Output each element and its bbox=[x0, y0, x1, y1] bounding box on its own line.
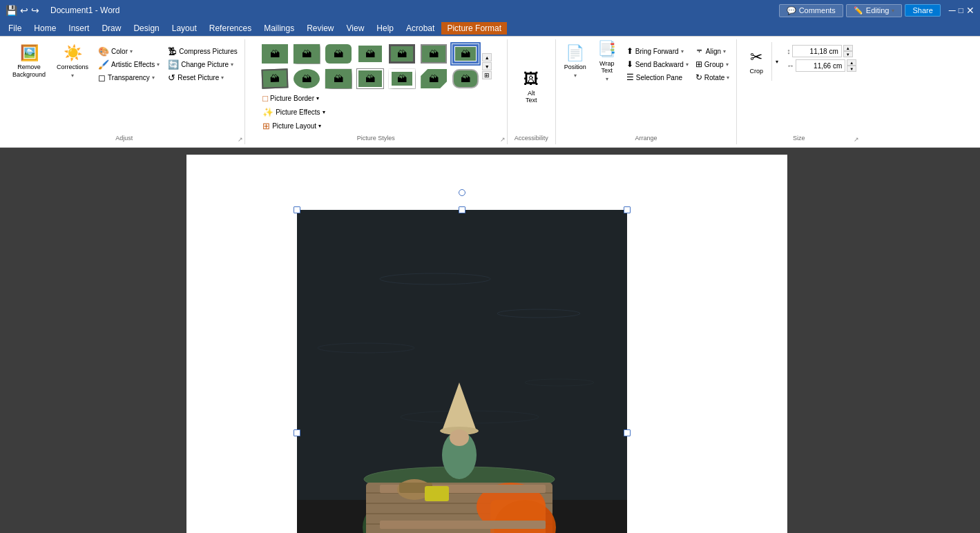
artistic-effects-button[interactable]: 🖌️ Artistic Effects ▾ bbox=[95, 58, 162, 70]
alt-text-button[interactable]: 🖼 Alt Text bbox=[519, 68, 543, 106]
picture-style-7[interactable] bbox=[450, 42, 481, 66]
size-expand[interactable]: ↗ bbox=[854, 136, 859, 143]
picture-style-9[interactable] bbox=[291, 67, 322, 90]
comments-button[interactable]: 💬 Comments bbox=[779, 4, 843, 17]
image-svg bbox=[297, 210, 627, 533]
handle-top-left[interactable] bbox=[294, 206, 300, 213]
height-spin-up[interactable]: ▲ bbox=[843, 45, 853, 51]
handle-rotate[interactable] bbox=[459, 189, 465, 196]
save-icon[interactable]: 💾 bbox=[6, 5, 17, 16]
editing-button[interactable]: ✏️ Editing ▾ bbox=[846, 4, 903, 17]
picture-style-14[interactable] bbox=[450, 67, 481, 90]
picture-style-5[interactable] bbox=[387, 42, 417, 66]
change-pic-icon: 🔄 bbox=[168, 59, 179, 70]
picture-layout-button[interactable]: ⊞ Picture Layout ▾ bbox=[260, 119, 492, 132]
document-page bbox=[186, 155, 787, 533]
remove-background-icon: 🖼️ bbox=[20, 44, 39, 62]
align-dropdown: ▾ bbox=[723, 48, 726, 55]
maximize-icon[interactable]: □ bbox=[959, 6, 963, 15]
crop-dropdown-arrow: ▾ bbox=[776, 59, 778, 65]
picture-border-button[interactable]: □ Picture Border ▾ bbox=[260, 92, 492, 104]
menu-design[interactable]: Design bbox=[128, 22, 164, 35]
menu-review[interactable]: Review bbox=[301, 22, 339, 35]
menu-help[interactable]: Help bbox=[371, 22, 399, 35]
picture-style-10[interactable] bbox=[323, 67, 354, 90]
reset-picture-button[interactable]: ↺ Reset Picture ▾ bbox=[165, 71, 240, 84]
picture-style-13[interactable] bbox=[419, 67, 449, 90]
menu-insert[interactable]: Insert bbox=[63, 22, 95, 35]
change-picture-button[interactable]: 🔄 Change Picture ▾ bbox=[165, 58, 240, 70]
picture-style-3[interactable] bbox=[323, 42, 354, 66]
picture-style-2[interactable] bbox=[291, 42, 322, 66]
compress-pictures-button[interactable]: 🗜 Compress Pictures bbox=[165, 45, 240, 57]
group-button[interactable]: ⊞ Group ▾ bbox=[693, 58, 732, 70]
picture-style-1[interactable] bbox=[260, 42, 290, 66]
close-icon[interactable]: ✕ bbox=[966, 5, 974, 16]
picture-styles-label: Picture Styles bbox=[249, 133, 503, 143]
selection-pane-button[interactable]: ☰ Selection Pane bbox=[624, 71, 691, 84]
height-input[interactable] bbox=[792, 45, 842, 57]
send-backward-dropdown: ▾ bbox=[686, 61, 689, 68]
change-pic-dropdown: ▾ bbox=[231, 61, 233, 68]
menu-picture-format[interactable]: Picture Format bbox=[441, 22, 507, 35]
menu-home[interactable]: Home bbox=[28, 22, 61, 35]
share-button[interactable]: Share bbox=[905, 4, 940, 17]
picture-styles-expand[interactable]: ↗ bbox=[500, 136, 506, 143]
transparency-button[interactable]: ◻ Transparency ▾ bbox=[95, 71, 162, 84]
menu-mailings[interactable]: Mailings bbox=[258, 22, 300, 35]
redo-icon[interactable]: ↪ bbox=[31, 5, 39, 16]
svg-rect-43 bbox=[380, 521, 546, 529]
adjust-expand[interactable]: ↗ bbox=[238, 136, 243, 143]
crop-button[interactable]: ✂ Crop bbox=[741, 42, 771, 81]
selected-image-container[interactable] bbox=[297, 210, 627, 533]
gallery-scroll-down[interactable]: ▼ bbox=[482, 62, 492, 70]
handle-mid-right[interactable] bbox=[624, 429, 631, 436]
menu-acrobat[interactable]: Acrobat bbox=[401, 22, 440, 35]
picture-border-icon: □ bbox=[262, 93, 268, 104]
titlebar: 💾 ↩ ↪ Document1 - Word 💬 Comments ✏️ Edi… bbox=[0, 0, 980, 21]
width-spin-up[interactable]: ▲ bbox=[847, 59, 856, 66]
menu-references[interactable]: References bbox=[204, 22, 257, 35]
picture-effects-button[interactable]: ✨ Picture Effects ▾ bbox=[260, 106, 492, 118]
picture-style-12[interactable] bbox=[387, 67, 417, 90]
handle-top-mid[interactable] bbox=[459, 206, 465, 213]
picture-style-8[interactable] bbox=[260, 67, 290, 90]
picture-style-6[interactable] bbox=[419, 42, 449, 66]
picture-style-11[interactable] bbox=[355, 67, 385, 90]
selection-pane-icon: ☰ bbox=[626, 72, 634, 82]
corrections-button[interactable]: ☀️ Corrections ▾ bbox=[52, 42, 93, 81]
bring-forward-button[interactable]: ⬆ Bring Forward ▾ bbox=[624, 45, 691, 57]
adjust-small-btns2: 🗜 Compress Pictures 🔄 Change Picture ▾ ↺… bbox=[165, 42, 240, 84]
gallery-scroll-more[interactable]: ⊞ bbox=[482, 71, 492, 79]
menu-draw[interactable]: Draw bbox=[96, 22, 126, 35]
position-button[interactable]: 📄 Position ▾ bbox=[560, 42, 590, 81]
rotate-button[interactable]: ↻ Rotate ▾ bbox=[693, 71, 732, 84]
height-spin-down[interactable]: ▼ bbox=[843, 51, 853, 57]
width-spin-down[interactable]: ▼ bbox=[847, 66, 856, 72]
wrap-text-button[interactable]: 📑 Wrap Text ▾ bbox=[592, 42, 622, 81]
width-input[interactable] bbox=[796, 59, 845, 72]
menu-file[interactable]: File bbox=[3, 22, 27, 35]
crop-dropdown-button[interactable]: ▾ bbox=[771, 42, 781, 81]
send-backward-button[interactable]: ⬇ Send Backward ▾ bbox=[624, 58, 691, 70]
remove-background-button[interactable]: 🖼️ Remove Background bbox=[8, 42, 50, 81]
menu-layout[interactable]: Layout bbox=[166, 22, 202, 35]
picture-style-4[interactable] bbox=[355, 42, 385, 66]
picture-styles-gallery bbox=[260, 42, 481, 90]
group-size: ✂ Crop ▾ ↕ ▲ ▼ bbox=[737, 39, 861, 144]
group-adjust: 🖼️ Remove Background ☀️ Corrections ▾ 🎨 … bbox=[4, 39, 245, 144]
adjust-small-btns: 🎨 Color ▾ 🖌️ Artistic Effects ▾ ◻ Transp… bbox=[95, 42, 162, 84]
minimize-icon[interactable]: ─ bbox=[949, 5, 956, 16]
align-button[interactable]: ⫧ Align ▾ bbox=[693, 45, 732, 57]
color-button[interactable]: 🎨 Color ▾ bbox=[95, 45, 162, 57]
gallery-scroll-up[interactable]: ▲ bbox=[482, 53, 492, 61]
handle-top-right[interactable] bbox=[624, 206, 631, 213]
transparency-icon: ◻ bbox=[98, 72, 106, 83]
menu-view[interactable]: View bbox=[341, 22, 370, 35]
transparency-dropdown: ▾ bbox=[152, 75, 155, 81]
undo-icon[interactable]: ↩ bbox=[20, 5, 28, 16]
handle-mid-left[interactable] bbox=[294, 429, 300, 436]
position-icon: 📄 bbox=[566, 44, 584, 62]
height-spinner: ▲ ▼ bbox=[843, 45, 853, 57]
svg-rect-50 bbox=[425, 486, 449, 501]
